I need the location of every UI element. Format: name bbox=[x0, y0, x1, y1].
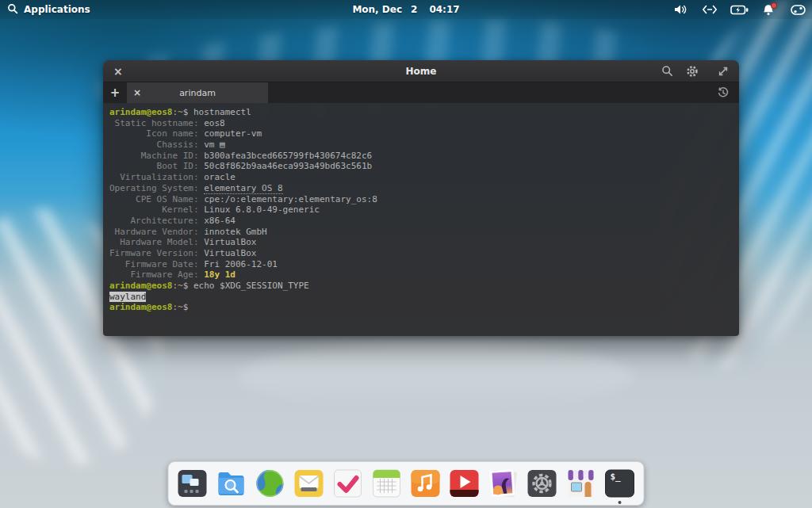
terminal-line: Chassis: vm ▤ bbox=[109, 139, 733, 151]
restore-closed-tabs-button[interactable] bbox=[717, 86, 730, 99]
dock-icon-videos[interactable] bbox=[449, 468, 481, 499]
terminal-line: Architecture: x86-64 bbox=[109, 216, 733, 227]
datetime-indicator[interactable]: Mon, Dec 2 04:17 bbox=[352, 4, 459, 15]
dock-icon-mail[interactable] bbox=[293, 468, 325, 499]
terminal-line: Firmware Version: VirtualBox bbox=[109, 248, 733, 259]
panel-date: Mon, Dec bbox=[352, 4, 402, 15]
terminal-line: Machine ID: b300afea3bced665799fb430674c… bbox=[109, 151, 733, 162]
notifications-indicator[interactable] bbox=[759, 1, 778, 18]
dock-icon-appcenter[interactable] bbox=[565, 468, 597, 499]
terminal-line: Hardware Model: VirtualBox bbox=[109, 237, 733, 248]
tab-close-icon[interactable]: × bbox=[133, 88, 141, 97]
search-button[interactable] bbox=[661, 65, 673, 77]
history-clock-icon bbox=[717, 86, 730, 99]
fullscreen-button[interactable] bbox=[718, 66, 729, 77]
settings-menu-button[interactable] bbox=[686, 65, 699, 78]
dock: $_ bbox=[168, 461, 645, 506]
terminal-line: Firmware Age: 18y 1d bbox=[109, 269, 733, 281]
terminal-output[interactable]: arindam@eos8:~$ hostnamectl Static hostn… bbox=[103, 103, 739, 336]
terminal-line: CPE OS Name: cpe:/o:elementary:elementar… bbox=[109, 194, 733, 205]
terminal-prompt-glyph: $_ bbox=[611, 472, 621, 482]
running-indicator-dot bbox=[619, 501, 622, 504]
applications-menu[interactable]: Applications bbox=[7, 3, 90, 17]
terminal-line: Static hostname: eos8 bbox=[109, 118, 733, 129]
session-toggles-icon bbox=[791, 5, 806, 15]
desktop-wallpaper: Applications Mon, Dec 2 04:17 bbox=[0, 0, 812, 508]
dock-icon-terminal[interactable]: $_ bbox=[604, 468, 636, 499]
battery-charging-icon bbox=[730, 5, 749, 15]
window-title: Home bbox=[103, 66, 739, 77]
volume-indicator[interactable] bbox=[671, 1, 690, 18]
fullscreen-icon bbox=[718, 66, 729, 77]
terminal-titlebar[interactable]: × Home bbox=[103, 60, 739, 82]
network-indicator[interactable] bbox=[700, 1, 719, 18]
terminal-line: Boot ID: 50c8f862b9aa46eca993a49bd63c561… bbox=[109, 161, 733, 172]
dock-icon-multitasking[interactable] bbox=[177, 468, 209, 499]
terminal-line: Virtualization: oracle bbox=[109, 172, 733, 183]
top-panel: Applications Mon, Dec 2 04:17 bbox=[0, 0, 812, 19]
terminal-line: Hardware Vendor: innotek GmbH bbox=[109, 227, 733, 238]
search-icon bbox=[661, 65, 673, 77]
dock-icon-system-settings[interactable] bbox=[527, 468, 558, 499]
terminal-line: Firmware Date: Fri 2006-12-01 bbox=[109, 259, 733, 270]
battery-indicator[interactable] bbox=[730, 1, 749, 18]
panel-time: 04:17 bbox=[429, 4, 459, 15]
terminal-tabbar: + × arindam bbox=[103, 82, 739, 103]
gear-icon bbox=[686, 65, 699, 78]
terminal-line: arindam@eos8:~$ echo $XDG_SESSION_TYPE bbox=[109, 281, 733, 292]
dock-icon-photos[interactable] bbox=[488, 468, 519, 499]
search-icon bbox=[7, 3, 18, 17]
terminal-line: Icon name: computer-vm bbox=[109, 128, 733, 139]
terminal-line: arindam@eos8:~$ bbox=[109, 302, 733, 313]
terminal-line: Kernel: Linux 6.8.0-49-generic bbox=[109, 204, 733, 216]
applications-label: Applications bbox=[24, 4, 90, 15]
notification-badge bbox=[771, 2, 777, 9]
new-tab-button[interactable]: + bbox=[103, 82, 127, 103]
speaker-icon bbox=[674, 4, 688, 15]
system-indicators bbox=[671, 1, 807, 18]
terminal-line: wayland bbox=[109, 292, 733, 303]
close-window-button[interactable]: × bbox=[113, 66, 123, 77]
dock-icon-files[interactable] bbox=[216, 468, 247, 499]
terminal-line: Operating System: elementary OS 8 bbox=[109, 183, 733, 194]
session-indicator[interactable] bbox=[788, 1, 807, 18]
terminal-window: × Home bbox=[103, 60, 739, 336]
dock-icon-music[interactable] bbox=[410, 468, 442, 499]
dock-icon-tasks[interactable] bbox=[332, 468, 364, 499]
terminal-line: arindam@eos8:~$ hostnamectl bbox=[109, 107, 733, 118]
tab-arindam[interactable]: × arindam bbox=[127, 82, 268, 103]
wallpaper-foam bbox=[238, 341, 634, 412]
dock-icon-calendar[interactable] bbox=[371, 468, 403, 499]
tab-title: arindam bbox=[127, 88, 268, 98]
wired-network-icon bbox=[702, 5, 718, 14]
dock-icon-web-browser[interactable] bbox=[255, 468, 286, 499]
panel-day: 2 bbox=[411, 4, 417, 15]
